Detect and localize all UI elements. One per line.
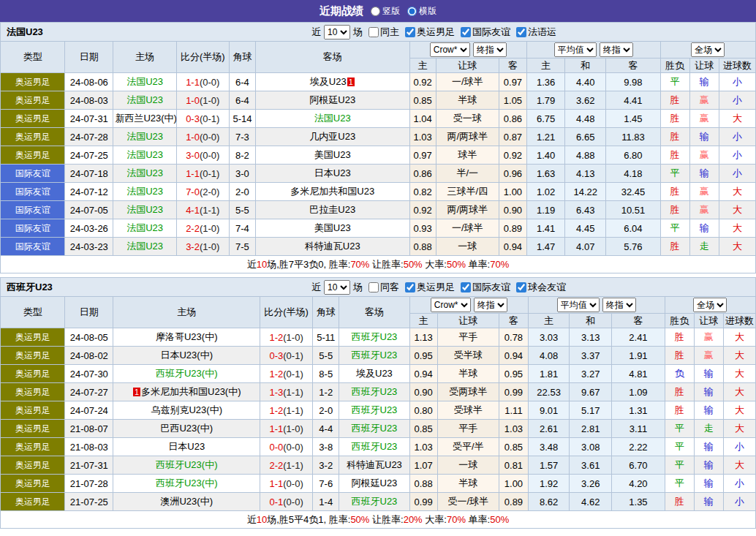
avg-away-cell: 4.18 (606, 165, 660, 183)
same-home-filter[interactable]: 同主 (366, 26, 399, 39)
handicap-result-cell: 输 (694, 438, 723, 456)
handicap-result-cell: 输 (689, 128, 719, 146)
result-value: 胜 (670, 204, 680, 215)
match-date-cell: 21-07-28 (65, 475, 113, 493)
avg-home-cell: 1.57 (529, 456, 570, 475)
average-select[interactable]: 平均值 (554, 42, 597, 57)
club-friendly-checkbox[interactable] (516, 282, 526, 292)
avg-draw-cell: 4.13 (565, 165, 606, 183)
col-score: 比分(半场) (260, 297, 313, 328)
avg-away-cell: 1.45 (606, 110, 660, 128)
filter-controls: 近 10 场 同主 奥运男足 国际友谊 法语运 (311, 23, 556, 41)
fulltime-score: 4-1 (186, 205, 200, 216)
average-select[interactable]: 平均值 (557, 298, 600, 312)
fulltime-score: 0-1 (269, 497, 283, 507)
result-value: 平 (675, 459, 684, 470)
orientation-vertical-option[interactable]: 竖版 (371, 5, 400, 18)
olympic-checkbox[interactable] (405, 282, 415, 292)
vertical-radio[interactable] (371, 7, 380, 16)
filter-near-label: 近 (311, 26, 321, 39)
result-value: 输 (704, 404, 714, 415)
winloss-result-cell: 胜 (665, 383, 694, 401)
away-odds-cell: 1.03 (499, 420, 528, 438)
intl-friendly-checkbox[interactable] (461, 282, 471, 292)
same-away-checkbox[interactable] (368, 282, 379, 292)
avg-home-cell: 1.41 (527, 219, 565, 238)
corner-cell: 1-2 (313, 383, 339, 401)
match-count-select[interactable]: 10 (324, 25, 350, 39)
home-team-name: 法国U23 (126, 222, 163, 233)
scope-select[interactable]: 全场 (693, 298, 727, 312)
match-row: 奥运男足24-07-25法国U233-0(0-0)8-2美国U230.97球半0… (1, 146, 756, 165)
category-olympic-filter[interactable]: 奥运男足 (402, 26, 455, 39)
avg-home-cell: 8.62 (529, 493, 570, 511)
handicap-cell: 受一/球半 (437, 493, 499, 511)
corner-cell: 6-4 (229, 73, 255, 91)
intl-friendly-checkbox[interactable] (461, 27, 471, 37)
same-away-label: 同客 (380, 281, 399, 294)
final-odds-select-2[interactable]: 终指 (600, 42, 633, 57)
avg-draw-cell: 3.37 (570, 347, 612, 365)
summary-text: 大率: (423, 259, 447, 270)
halftime-score: (0-0) (200, 77, 219, 88)
score-cell: 3-2(1-0) (176, 238, 229, 256)
match-date-cell: 24-07-28 (65, 128, 113, 146)
category-club-friendly-filter[interactable]: 球会友谊 (513, 281, 566, 294)
col-handicap-result: 让球 (694, 314, 723, 328)
match-type-cell: 奥运男足 (1, 73, 65, 91)
horizontal-radio[interactable] (407, 7, 417, 16)
fulltime-score: 1-1 (186, 168, 200, 179)
result-value: 输 (700, 131, 709, 142)
goals-result-cell: 大 (723, 347, 755, 365)
corner-cell: 3-8 (313, 438, 339, 456)
summary-text: 让胜率: (369, 514, 403, 525)
home-team-cell: 乌兹别克U23(中) (113, 401, 260, 420)
handicap-cell: 半/一 (436, 165, 499, 183)
result-value: 赢 (700, 204, 709, 215)
fulltime-score: 0-3 (269, 350, 283, 361)
corner-cell: 4-4 (313, 420, 339, 438)
away-team-cell: 阿根廷U23 (255, 91, 409, 110)
avg-draw-cell: 9.67 (570, 383, 612, 401)
bookmaker-select[interactable]: Crow* (430, 42, 470, 57)
category-intl-friendly-filter[interactable]: 国际友谊 (458, 26, 510, 39)
corner-cell: 7-5 (229, 238, 255, 256)
final-odds-select[interactable]: 终指 (474, 298, 507, 312)
col-away: 客场 (339, 297, 409, 328)
category-olympic-filter[interactable]: 奥运男足 (402, 281, 455, 294)
orientation-horizontal-option[interactable]: 横版 (407, 5, 436, 18)
result-value: 胜 (670, 241, 680, 252)
vertical-radio-label: 竖版 (382, 5, 400, 18)
final-odds-select[interactable]: 终指 (473, 42, 507, 57)
olympic-checkbox[interactable] (405, 27, 415, 37)
avg-away-cell: 1.35 (612, 493, 665, 511)
match-type-cell: 奥运男足 (1, 383, 65, 401)
handicap-result-cell: 赢 (694, 347, 723, 365)
bookmaker-select[interactable]: Crow* (431, 298, 471, 312)
col-avg-away: 客 (612, 314, 665, 328)
scope-select[interactable]: 全场 (691, 42, 725, 57)
final-odds-select-2[interactable]: 终指 (602, 298, 636, 312)
match-count-select[interactable]: 10 (324, 280, 350, 295)
home-odds-cell: 0.88 (409, 238, 436, 256)
francophone-checkbox[interactable] (516, 27, 526, 37)
handicap-cell: 平手 (437, 420, 499, 438)
handicap-cell: 一/球半 (436, 73, 499, 91)
result-value: 小 (735, 478, 744, 488)
result-value: 胜 (670, 131, 680, 142)
winloss-result-cell: 平 (665, 456, 694, 475)
handicap-cell: 两/两球半 (436, 128, 499, 146)
same-home-checkbox[interactable] (368, 27, 379, 37)
home-team-name: 法国U23 (126, 241, 163, 252)
category-francophone-filter[interactable]: 法语运 (513, 26, 556, 39)
summary-text: 单率: (466, 259, 490, 270)
match-row: 国际友谊24-03-23法国U233-2(1-0)7-5科特迪瓦U230.88一… (1, 238, 756, 256)
match-date-cell: 24-07-24 (65, 401, 113, 420)
same-away-filter[interactable]: 同客 (366, 281, 399, 294)
horizontal-radio-label: 横版 (419, 5, 436, 18)
fulltime-score: 3-2 (186, 241, 200, 252)
home-team-cell: 法国U23 (113, 165, 176, 183)
avg-draw-cell: 3.13 (570, 328, 612, 347)
avg-away-cell: 1.31 (612, 401, 665, 420)
category-intl-friendly-filter[interactable]: 国际友谊 (458, 281, 510, 294)
